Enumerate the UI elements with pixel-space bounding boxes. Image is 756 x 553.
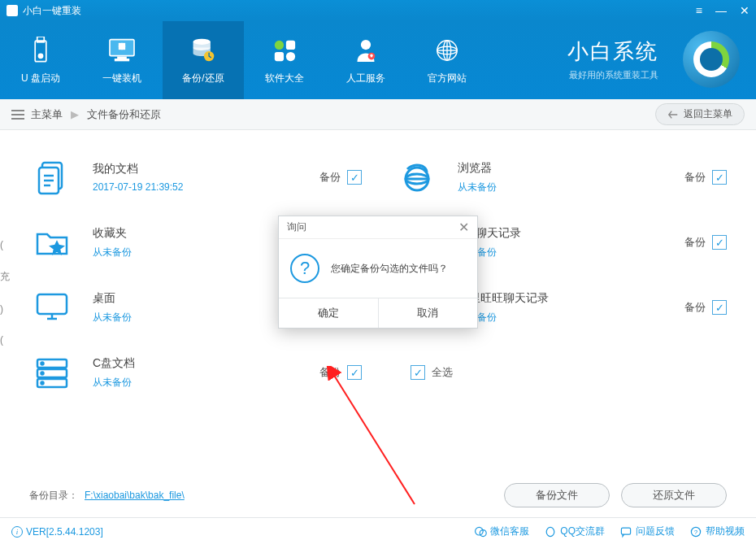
brand: 小白系统 最好用的系统重装工具: [567, 37, 658, 81]
item-documents: 我的文档 2017-07-19 21:39:52 备份: [29, 155, 362, 200]
version[interactable]: VER[2.5.44.1203]: [26, 526, 103, 538]
help-icon: ?: [689, 525, 702, 538]
path-label: 备份目录：: [29, 489, 78, 503]
close-icon[interactable]: ✕: [740, 4, 749, 17]
back-arrow-icon: [667, 109, 679, 120]
svg-point-43: [41, 363, 44, 365]
backup-checkbox[interactable]: [347, 365, 362, 380]
svg-text:?: ?: [694, 529, 698, 536]
svg-point-16: [361, 39, 371, 49]
item-browser: 浏览器 从未备份 备份: [394, 155, 727, 200]
breadcrumb-current: 文件备份和还原: [87, 107, 161, 122]
apps-icon: [270, 36, 299, 65]
link-feedback[interactable]: 问题反馈: [619, 525, 675, 538]
link-help-video[interactable]: ? 帮助视频: [689, 525, 745, 538]
app-icon: [7, 5, 18, 16]
svg-rect-5: [115, 59, 129, 60]
server-icon: [29, 350, 75, 395]
select-all-checkbox[interactable]: [411, 365, 425, 380]
svg-point-47: [476, 527, 484, 535]
nav-software[interactable]: 软件大全: [244, 21, 325, 99]
modal-title: 询问: [287, 220, 306, 234]
navbar: U 盘启动 一键装机 备份/还原 软件大全 人工服务 官方网站 小白系统 最好用…: [0, 21, 756, 99]
backup-files-button[interactable]: 备份文件: [504, 483, 610, 507]
chevron-right-icon: ▶: [71, 108, 79, 120]
item-title: 阿里旺旺聊天记录: [458, 291, 684, 306]
backup-checkbox[interactable]: [712, 300, 727, 315]
nav-usb-boot[interactable]: U 盘启动: [0, 21, 81, 99]
item-title: 浏览器: [458, 161, 684, 176]
minimize-icon[interactable]: —: [715, 4, 727, 17]
svg-rect-14: [275, 51, 284, 60]
restore-files-button[interactable]: 还原文件: [621, 483, 727, 507]
menu-icon[interactable]: ≡: [696, 4, 702, 17]
usb-icon: [26, 36, 55, 65]
question-icon: ?: [290, 254, 319, 283]
backup-checkbox[interactable]: [347, 170, 362, 185]
item-status[interactable]: 从未备份: [93, 376, 319, 390]
monitor-icon: [107, 36, 137, 65]
svg-rect-34: [37, 294, 67, 314]
back-button[interactable]: 返回主菜单: [655, 103, 745, 125]
window-controls: ≡ — ✕: [696, 4, 749, 17]
person-icon: [351, 36, 380, 65]
path-row: 备份目录： F:\xiaobai\bak\bak_file\ 备份文件 还原文件: [0, 483, 756, 517]
backup-checkbox[interactable]: [712, 170, 727, 185]
confirm-dialog: 询问 ✕ ? 您确定备份勾选的文件吗？ 确定 取消: [278, 216, 478, 329]
svg-point-44: [41, 372, 44, 375]
modal-close-icon[interactable]: ✕: [458, 220, 469, 235]
modal-cancel-button[interactable]: 取消: [379, 298, 478, 328]
nav-backup-restore[interactable]: 备份/还原: [163, 21, 244, 99]
feedback-icon: [619, 525, 632, 538]
modal-message: 您确定备份勾选的文件吗？: [331, 262, 448, 276]
nav-one-click[interactable]: 一键装机: [81, 21, 163, 99]
qq-group-icon: [544, 525, 557, 538]
documents-icon: [29, 155, 75, 200]
breadcrumb: 主菜单 ▶ 文件备份和还原 返回主菜单: [0, 99, 756, 130]
svg-point-49: [547, 527, 555, 536]
path-link[interactable]: F:\xiaobai\bak\bak_file\: [85, 490, 185, 501]
desktop-icon: [29, 285, 75, 330]
item-title: C盘文档: [93, 356, 319, 371]
svg-rect-4: [118, 57, 126, 59]
svg-rect-13: [286, 40, 295, 49]
svg-point-45: [41, 382, 44, 385]
select-all-row: 全选: [394, 350, 727, 395]
modal-ok-button[interactable]: 确定: [279, 298, 379, 328]
backup-checkbox[interactable]: [712, 235, 727, 250]
logo-badge: [683, 31, 740, 88]
item-title: 我的文档: [93, 162, 319, 176]
info-icon: i: [11, 526, 23, 538]
item-status[interactable]: 从未备份: [458, 181, 684, 194]
svg-point-2: [38, 54, 42, 58]
item-c-drive: C盘文档 从未备份 备份: [29, 350, 362, 395]
database-icon: [189, 36, 218, 65]
item-status[interactable]: 从未备份: [458, 311, 684, 324]
nav-support[interactable]: 人工服务: [325, 21, 406, 99]
wechat-icon: [474, 525, 487, 538]
globe-icon: [432, 36, 462, 65]
nav-website[interactable]: 官方网站: [406, 21, 488, 99]
item-status[interactable]: 从未备份: [458, 246, 684, 259]
link-wechat[interactable]: 微信客服: [474, 525, 529, 538]
link-qq-group[interactable]: QQ交流群: [544, 525, 605, 538]
svg-rect-9: [122, 46, 124, 49]
svg-point-15: [286, 51, 295, 60]
svg-point-12: [275, 40, 284, 49]
titlebar: 小白一键重装 ≡ — ✕: [0, 0, 756, 21]
app-name: 小白一键重装: [23, 4, 81, 18]
svg-rect-50: [621, 528, 630, 534]
list-icon: [11, 110, 24, 120]
item-status[interactable]: 2017-07-19 21:39:52: [93, 181, 319, 193]
statusbar: i VER[2.5.44.1203] 微信客服 QQ交流群 问题反馈 ? 帮助视…: [0, 517, 756, 545]
breadcrumb-root[interactable]: 主菜单: [31, 107, 63, 122]
ie-icon: [394, 155, 440, 200]
item-title: QQ聊天记录: [458, 226, 684, 241]
folder-star-icon: [29, 220, 75, 265]
